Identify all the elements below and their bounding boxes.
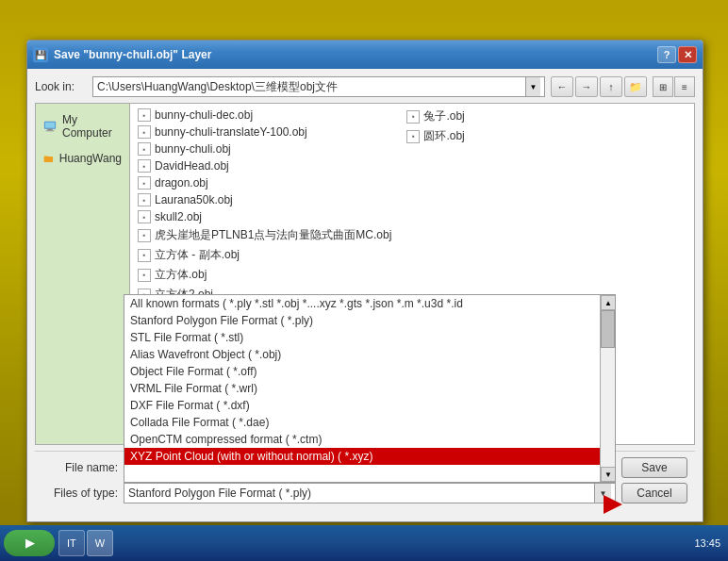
- svg-rect-3: [46, 130, 55, 131]
- list-item[interactable]: ▪skull2.obj: [134, 209, 395, 224]
- quick-access-panel: My Computer HuangWang: [36, 104, 130, 444]
- lookin-combo[interactable]: C:\Users\HuangWang\Desktop\三维模型obj文件 ▼: [92, 76, 545, 97]
- dialog-content: Look in: C:\Users\HuangWang\Desktop\三维模型…: [27, 69, 703, 521]
- dropdown-item[interactable]: STL File Format ( *.stl): [124, 329, 600, 346]
- title-bar: 💾 Save "bunny-chuli.obj" Layer ? ✕: [27, 41, 703, 69]
- cancel-button[interactable]: Cancel: [621, 483, 687, 503]
- view-icons[interactable]: ⊞: [653, 76, 673, 97]
- file-name: dragon.obj: [155, 176, 208, 190]
- computer-label: My Computer: [62, 113, 122, 140]
- file-icon: ▪: [138, 193, 151, 206]
- file-name: 虎头崖地是PTLNB1点与法向量隐式曲面MC.obj: [155, 227, 391, 243]
- file-icon: ▪: [406, 110, 420, 124]
- taskbar-item-it[interactable]: IT: [58, 530, 85, 556]
- scroll-up-btn[interactable]: ▲: [601, 295, 616, 310]
- start-button[interactable]: ▶: [4, 530, 55, 556]
- file-name: bunny-chuli-dec.obj: [155, 108, 253, 122]
- title-buttons: ? ✕: [657, 46, 697, 63]
- taskbar-item-w[interactable]: W: [87, 530, 113, 556]
- view-list[interactable]: ≡: [674, 76, 695, 97]
- list-item[interactable]: ▪bunny-chuli.obj: [134, 141, 395, 157]
- list-item[interactable]: ▪bunny-chuli-translateY-100.obj: [134, 124, 395, 140]
- taskbar-items: IT W: [58, 530, 694, 556]
- dropdown-item[interactable]: Stanford Polygon File Format ( *.ply): [124, 312, 600, 329]
- dropdown-item[interactable]: Collada File Format ( *.dae): [124, 414, 600, 431]
- svg-rect-1: [45, 123, 56, 128]
- folder-icon: [43, 151, 54, 166]
- nav-new-folder[interactable]: 📁: [624, 76, 647, 97]
- dropdown-list: All known formats ( *.ply *.stl *.obj *.…: [124, 295, 600, 482]
- list-item[interactable]: ▪立方体.obj: [134, 266, 395, 284]
- filetype-select[interactable]: Stanford Polygon File Format ( *.ply) ▼ …: [124, 483, 616, 503]
- dropdown-item[interactable]: DXF File Format ( *.dxf): [124, 397, 600, 414]
- dropdown-item[interactable]: OpenCTM compressed format ( *.ctm): [124, 431, 600, 448]
- lookin-arrow[interactable]: ▼: [525, 77, 540, 96]
- list-item[interactable]: ▪圆环.obj: [403, 127, 572, 145]
- dialog-title: Save "bunny-chuli.obj" Layer: [54, 48, 657, 61]
- dropdown-item[interactable]: All known formats ( *.ply *.stl *.obj *.…: [124, 295, 600, 312]
- dropdown-scrollbar[interactable]: ▲ ▼: [600, 295, 615, 482]
- list-item[interactable]: ▪虎头崖地是PTLNB1点与法向量隐式曲面MC.obj: [134, 226, 395, 244]
- filetype-row: Files of type: Stanford Polygon File For…: [42, 483, 687, 503]
- nav-buttons: ← → ↑ 📁: [551, 76, 647, 97]
- taskbar: ▶ IT W 13:45: [0, 525, 728, 561]
- nav-up[interactable]: ↑: [600, 76, 622, 97]
- scroll-thumb[interactable]: [601, 310, 615, 348]
- file-icon: ▪: [138, 142, 151, 156]
- file-name: Laurana50k.obj: [155, 193, 233, 206]
- file-icon: ▪: [138, 176, 151, 190]
- list-item[interactable]: ▪兔子.obj: [403, 107, 572, 125]
- filetype-dropdown[interactable]: All known formats ( *.ply *.stl *.obj *.…: [124, 294, 616, 483]
- file-icon: ▪: [138, 125, 151, 139]
- file-icon: ▪: [138, 159, 151, 173]
- save-dialog: 💾 Save "bunny-chuli.obj" Layer ? ✕ Look …: [26, 40, 703, 522]
- dialog-icon: 💾: [33, 47, 48, 62]
- taskbar-it-label: IT: [67, 537, 76, 549]
- list-item[interactable]: ▪DavidHead.obj: [134, 158, 395, 173]
- nav-forward[interactable]: →: [575, 76, 598, 97]
- file-name: bunny-chuli.obj: [155, 142, 231, 156]
- lookin-path: C:\Users\HuangWang\Desktop\三维模型obj文件: [97, 79, 525, 95]
- list-item[interactable]: ▪bunny-chuli-dec.obj: [134, 107, 395, 123]
- computer-icon: [43, 119, 57, 134]
- close-button[interactable]: ✕: [678, 46, 697, 63]
- save-button[interactable]: Save: [621, 457, 687, 478]
- lookin-label: Look in:: [35, 80, 87, 93]
- nav-back[interactable]: ←: [551, 76, 573, 97]
- filename-label: File name:: [42, 461, 118, 474]
- svg-rect-2: [47, 129, 52, 131]
- dropdown-item[interactable]: Object File Format ( *.off): [124, 363, 600, 380]
- help-button[interactable]: ?: [657, 46, 676, 63]
- file-name: 立方体.obj: [155, 267, 207, 283]
- filetype-label: Files of type:: [42, 487, 118, 500]
- filetype-value: Stanford Polygon File Format ( *.ply): [128, 487, 594, 500]
- taskbar-tray: 13:45: [694, 537, 724, 549]
- lookin-bar: Look in: C:\Users\HuangWang\Desktop\三维模型…: [35, 76, 695, 97]
- dropdown-item[interactable]: XYZ Point Cloud (with or without normal)…: [124, 448, 600, 465]
- quick-item-huangwang[interactable]: HuangWang: [36, 145, 129, 172]
- file-name: 立方体 - 副本.obj: [155, 247, 240, 263]
- file-icon: ▪: [138, 269, 151, 282]
- dropdown-item[interactable]: Alias Wavefront Object ( *.obj): [124, 346, 600, 363]
- file-icon: ▪: [138, 229, 151, 242]
- view-buttons: ⊞ ≡: [653, 76, 695, 97]
- file-name: 圆环.obj: [423, 128, 464, 144]
- file-name: 兔子.obj: [423, 108, 464, 124]
- scroll-track: [601, 310, 615, 467]
- taskbar-w-label: W: [95, 537, 105, 549]
- arrow-indicator: [604, 495, 622, 514]
- list-item[interactable]: ▪立方体 - 副本.obj: [134, 246, 395, 264]
- file-name: DavidHead.obj: [155, 159, 229, 173]
- file-name: bunny-chuli-translateY-100.obj: [155, 125, 307, 139]
- list-item[interactable]: ▪Laurana50k.obj: [134, 192, 395, 207]
- form-area: File name: Save Files of type: Stanford …: [35, 451, 695, 514]
- quick-item-computer[interactable]: My Computer: [36, 107, 129, 145]
- filetype-display[interactable]: Stanford Polygon File Format ( *.ply) ▼: [124, 483, 616, 503]
- list-item[interactable]: ▪dragon.obj: [134, 175, 395, 190]
- file-icon: ▪: [138, 210, 151, 223]
- dropdown-item[interactable]: VRML File Format ( *.wrl): [124, 380, 600, 397]
- scroll-down-btn[interactable]: ▼: [601, 467, 616, 482]
- file-icon: ▪: [138, 108, 151, 122]
- huangwang-label: HuangWang: [59, 152, 122, 165]
- file-icon: ▪: [406, 130, 420, 143]
